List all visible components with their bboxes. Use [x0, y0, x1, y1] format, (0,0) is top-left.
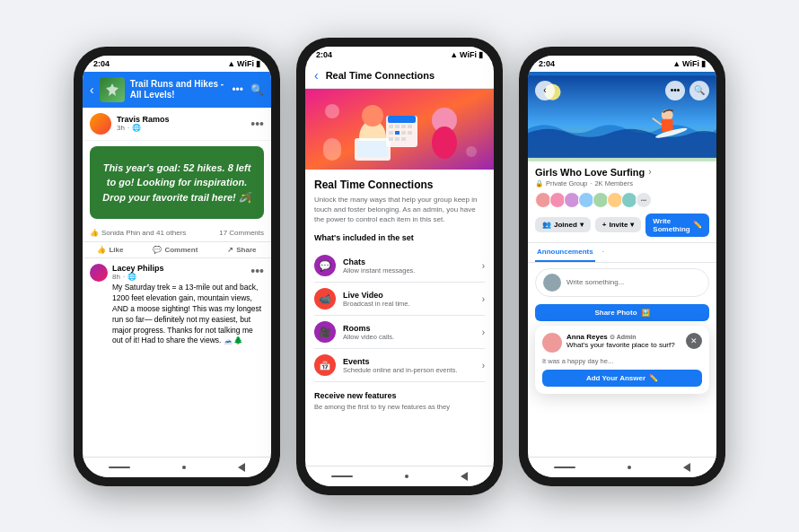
commenter-name: Lacey Philips: [112, 264, 164, 273]
p3-search-icon[interactable]: 🔍: [689, 81, 709, 100]
post-time: 3h: [117, 124, 125, 132]
p3-close-button[interactable]: ✕: [686, 333, 702, 349]
p3-nav-menu-icon[interactable]: [554, 467, 575, 468]
share-photo-label: Share Photo: [594, 309, 637, 317]
invite-label: Invite: [609, 221, 628, 229]
p3-popup-author: Anna Reyes ⊙ Admin: [566, 333, 681, 341]
comment-more-icon[interactable]: •••: [250, 264, 264, 278]
nav-menu-icon[interactable]: [109, 467, 130, 468]
svg-rect-17: [401, 137, 406, 141]
phone-3-time: 2:04: [539, 59, 555, 68]
phone-3-status-icons: ▲ WiFi ▮: [672, 59, 706, 68]
chats-name: Chats: [343, 257, 475, 266]
reactions-right: 17 Comments: [219, 229, 264, 237]
live-video-text: Live Video Broadcast in real time.: [343, 291, 475, 308]
p3-group-name-row: Girls Who Love Surfing ›: [535, 167, 709, 178]
comments-count: 17 Comments: [219, 229, 264, 237]
nav-home-icon[interactable]: [182, 466, 186, 469]
p3-admin-badge: ⊙ Admin: [610, 334, 636, 340]
rooms-chevron: ›: [482, 327, 485, 337]
feature-rooms[interactable]: 🎥 Rooms Allow video calls. ›: [314, 316, 485, 349]
phone-3: 2:04 ▲ WiFi ▮ ‹ ••• 🔍: [519, 47, 725, 486]
p2-back-icon[interactable]: ‹: [314, 68, 319, 83]
search-icon[interactable]: 🔍: [250, 83, 264, 96]
svg-rect-22: [323, 138, 341, 161]
write-icon: ✏️: [693, 221, 702, 229]
comment-header: Lacey Philips 8h · 🌐 •••: [112, 264, 264, 281]
p2-content: Real Time Connections Unlock the many wa…: [305, 170, 494, 466]
chats-text: Chats Allow instant messages.: [343, 257, 475, 275]
p2-hero-banner: [305, 89, 494, 170]
invite-arrow-icon: ▾: [630, 221, 634, 229]
promo-card: This year's goal: 52 hikes. 8 left to go…: [90, 146, 264, 220]
p2-receive-title: Receive new features: [314, 391, 485, 400]
tab-announcements[interactable]: Announcements: [535, 243, 595, 262]
p3-back-icon[interactable]: ‹: [535, 81, 555, 100]
tab-more[interactable]: ·: [601, 243, 606, 262]
p3-popup-avatar: [542, 333, 562, 353]
feature-live-video[interactable]: 📹 Live Video Broadcast in real time. ›: [314, 283, 485, 316]
promo-text: This year's goal: 52 hikes. 8 left to go…: [101, 161, 253, 205]
share-button[interactable]: ↗ Share: [227, 246, 256, 254]
p3-action-row: 👥 Joined ▾ + Invite ▾ Write Something ✏️: [535, 214, 709, 237]
share-photo-button[interactable]: Share Photo 🖼️: [535, 304, 709, 321]
joined-button[interactable]: 👥 Joined ▾: [535, 217, 591, 232]
comment-privacy-icon: 🌐: [127, 273, 136, 281]
p3-member-count: 2K Members: [594, 179, 633, 188]
battery-icon: ▮: [256, 59, 260, 68]
comment-button[interactable]: 💬 Comment: [153, 246, 198, 254]
back-icon[interactable]: ‹: [90, 83, 94, 97]
p2-whats-included: What's included in the set: [314, 233, 485, 242]
p3-signal-icon: ▲: [672, 59, 680, 68]
more-icon[interactable]: •••: [232, 83, 243, 96]
p2-section-title: Real Time Connections: [314, 179, 485, 191]
p2-nav-menu-icon[interactable]: [331, 475, 353, 477]
svg-rect-9: [401, 125, 406, 128]
like-button[interactable]: 👍 Like: [97, 246, 123, 254]
p2-wifi-icon: WiFi: [460, 50, 477, 59]
p2-section-desc: Unlock the many ways that help your grou…: [314, 195, 485, 225]
people-icon: 👥: [542, 221, 551, 229]
post-author-row: Travis Ramos 3h · 🌐 •••: [83, 108, 271, 141]
phone-3-nav-bar: [528, 457, 716, 477]
p3-nav-home-icon[interactable]: [628, 466, 631, 469]
svg-rect-27: [662, 118, 673, 132]
p3-nav-back-icon[interactable]: [683, 463, 690, 472]
like-emoji: 👍: [90, 229, 99, 237]
p2-receive-desc: Be among the first to try new features a…: [314, 403, 485, 411]
p2-nav-back-icon[interactable]: [461, 472, 468, 481]
phone-2-screen: 2:04 ▲ WiFi ▮ ‹ Real Time Connections: [305, 47, 494, 486]
p2-nav-home-icon[interactable]: [405, 475, 408, 478]
p3-write-input[interactable]: Write something...: [535, 268, 709, 297]
post-more-icon[interactable]: •••: [250, 117, 264, 131]
p3-battery-icon: ▮: [701, 59, 706, 68]
svg-point-20: [325, 104, 339, 118]
rooms-desc: Allow video calls.: [343, 333, 475, 341]
rooms-icon: 🎥: [314, 321, 336, 343]
feature-events[interactable]: 📅 Events Schedule online and in-person e…: [314, 349, 485, 382]
phone-1-time: 2:04: [93, 59, 110, 68]
invite-button[interactable]: + Invite ▾: [595, 217, 642, 232]
commenter-avatar: [90, 264, 108, 282]
p3-tabs-row: Announcements ·: [528, 243, 716, 263]
chats-desc: Allow instant messages.: [343, 266, 475, 275]
group-avatar: [100, 77, 125, 102]
p3-more-icon[interactable]: •••: [665, 81, 685, 100]
add-answer-button[interactable]: Add Your Answer ✏️: [542, 370, 702, 387]
p3-write-placeholder: Write something...: [566, 278, 624, 286]
scene: 2:04 ▲ WiFi ▮ ‹ Trail: [56, 20, 743, 513]
p3-header-right: ••• 🔍: [665, 81, 709, 100]
p3-popup-question: What's your favorite place to surf?: [566, 341, 681, 349]
nav-back-icon[interactable]: [238, 463, 245, 472]
commenter-meta: 8h · 🌐: [112, 273, 164, 281]
add-answer-label: Add Your Answer: [586, 374, 645, 382]
second-post: Lacey Philips 8h · 🌐 ••• My Saturday tr: [83, 258, 271, 356]
p3-feed: Write something... Share Photo 🖼️: [528, 263, 716, 457]
p3-separator: ·: [590, 179, 592, 188]
feature-chats[interactable]: 💬 Chats Allow instant messages. ›: [314, 249, 485, 283]
svg-rect-15: [389, 137, 393, 141]
p3-wifi-icon: WiFi: [682, 59, 699, 68]
svg-rect-16: [395, 137, 400, 141]
write-something-button[interactable]: Write Something ✏️: [645, 214, 709, 237]
share-photo-icon: 🖼️: [641, 309, 650, 317]
